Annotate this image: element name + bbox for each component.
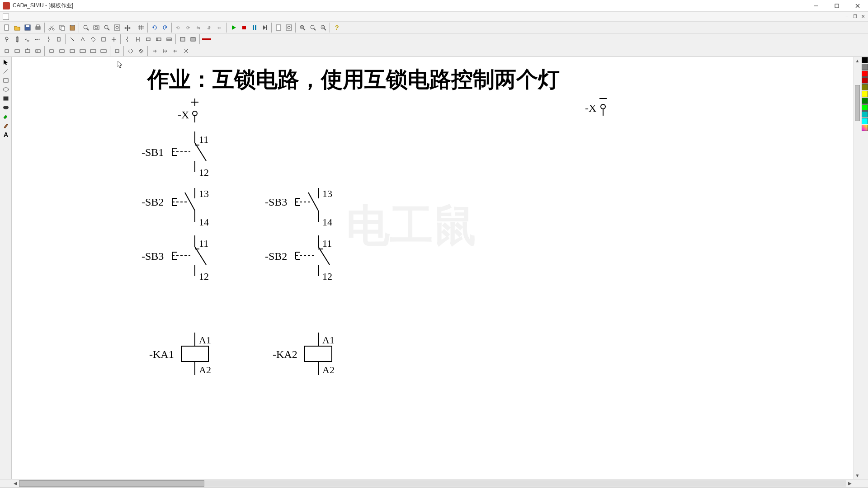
text-tool-button[interactable]: A [0, 130, 11, 139]
comp-sym4-button[interactable] [33, 46, 43, 56]
zoom-extents-button[interactable] [112, 23, 122, 33]
comp-block1-button[interactable] [178, 34, 188, 44]
paste-button[interactable] [67, 23, 77, 33]
open-file-button[interactable] [12, 23, 22, 33]
vertical-scroll-thumb[interactable] [855, 85, 860, 121]
print-button[interactable] [33, 23, 43, 33]
color-lime[interactable] [862, 104, 868, 111]
mirror-h-button[interactable]: ⇋ [194, 23, 204, 33]
color-teal[interactable] [862, 111, 868, 117]
save-button[interactable] [23, 23, 33, 33]
page-setup-button[interactable] [274, 23, 283, 33]
zoom-in-button[interactable] [297, 23, 307, 33]
run-button[interactable] [229, 23, 239, 33]
assign-button[interactable]: ⇦ [215, 23, 225, 33]
rotate-left-button[interactable]: ⟲ [174, 23, 184, 33]
comp-sym13-button[interactable] [136, 46, 146, 56]
filled-ellipse-tool-button[interactable] [0, 103, 11, 112]
comp-arrow4-button[interactable] [181, 46, 191, 56]
redo-button[interactable] [160, 23, 170, 33]
canvas-area[interactable]: 作业：互锁电路，使用互锁电路控制两个灯 电工鼠 [12, 57, 854, 479]
comp-sym8-button[interactable] [78, 46, 88, 56]
comp-sym3-button[interactable] [23, 46, 33, 56]
ellipse-tool-button[interactable] [0, 85, 11, 94]
comp-sym10-button[interactable] [99, 46, 108, 56]
comp-line1-button[interactable] [67, 34, 77, 44]
vertical-scrollbar[interactable]: ▲ ▼ [854, 57, 861, 479]
comp-timer-button[interactable] [164, 34, 174, 44]
line-tool-button[interactable] [0, 67, 11, 76]
pointer-tool-button[interactable] [0, 58, 11, 67]
paint-tool-button[interactable] [0, 112, 11, 121]
comp-line2-button[interactable] [78, 34, 88, 44]
help-button[interactable]: ? [332, 23, 342, 33]
comp-diamond-button[interactable] [88, 34, 98, 44]
scroll-up-button[interactable]: ▲ [854, 57, 861, 64]
pause-button[interactable] [250, 23, 259, 33]
comp-sym1-button[interactable] [2, 46, 12, 56]
mdi-restore-button[interactable]: ❐ [851, 13, 859, 20]
stop-button[interactable] [239, 23, 249, 33]
schematic-canvas[interactable]: 作业：互锁电路，使用互锁电路控制两个灯 电工鼠 [12, 57, 854, 436]
scroll-left-button[interactable]: ◀ [12, 481, 19, 486]
comp-contact-no-button[interactable] [123, 34, 132, 44]
comp-breaker-button[interactable] [43, 34, 53, 44]
zoom-button[interactable] [102, 23, 112, 33]
document-icon[interactable] [3, 14, 9, 20]
color-darkred[interactable] [862, 77, 868, 84]
comp-disconnect-button[interactable] [54, 34, 64, 44]
comp-square-button[interactable] [99, 34, 108, 44]
comp-sym9-button[interactable] [88, 46, 98, 56]
color-black[interactable] [862, 57, 868, 63]
zoom-fit-button[interactable] [308, 23, 318, 33]
copy-button[interactable] [57, 23, 67, 33]
color-yellow[interactable] [862, 91, 868, 97]
new-file-button[interactable] [2, 23, 12, 33]
cut-button[interactable] [47, 23, 57, 33]
comp-sym11-button[interactable] [112, 46, 122, 56]
comp-arrow3-button[interactable] [170, 46, 180, 56]
comp-sym5-button[interactable] [47, 46, 57, 56]
grid-button[interactable] [136, 23, 146, 33]
comp-coil-button[interactable] [143, 34, 153, 44]
close-button[interactable] [847, 0, 868, 12]
color-cyan[interactable] [862, 118, 868, 124]
color-green[interactable] [862, 98, 868, 104]
zoom-window-button[interactable] [91, 23, 101, 33]
rotate-right-button[interactable]: ⟳ [184, 23, 194, 33]
comp-cross-button[interactable] [109, 34, 119, 44]
horizontal-scroll-thumb[interactable] [19, 480, 204, 487]
maximize-button[interactable] [826, 0, 847, 12]
comp-sym6-button[interactable] [57, 46, 67, 56]
color-red[interactable] [862, 70, 868, 77]
color-multi[interactable] [862, 125, 868, 131]
comp-fuse-button[interactable] [12, 34, 22, 44]
color-olive[interactable] [862, 84, 868, 90]
comp-wiggle-button[interactable] [23, 34, 33, 44]
zoom-out-button[interactable] [318, 23, 328, 33]
brush-tool-button[interactable] [0, 121, 11, 130]
scroll-right-button[interactable]: ▶ [846, 481, 854, 486]
find-button[interactable] [81, 23, 91, 33]
pan-button[interactable] [123, 23, 132, 33]
filled-rect-tool-button[interactable] [0, 94, 11, 103]
comp-block2-button[interactable] [188, 34, 198, 44]
comp-3phase-button[interactable] [33, 34, 43, 44]
comp-relay-button[interactable] [154, 34, 164, 44]
color-gray[interactable] [862, 64, 868, 70]
minimize-button[interactable] [806, 0, 826, 12]
rect-tool-button[interactable] [0, 76, 11, 85]
comp-arrow1-button[interactable] [150, 46, 160, 56]
horizontal-scrollbar[interactable]: ◀ ▶ [12, 479, 854, 487]
mdi-close-button[interactable]: ✕ [859, 13, 867, 20]
comp-sym2-button[interactable] [12, 46, 22, 56]
comp-arrow2-button[interactable] [160, 46, 170, 56]
comp-linecolor-button[interactable] [202, 34, 212, 44]
comp-sym12-button[interactable] [126, 46, 136, 56]
comp-sym7-button[interactable] [67, 46, 77, 56]
step-button[interactable] [260, 23, 270, 33]
mdi-minimize-button[interactable]: ‒ [843, 13, 851, 20]
mirror-v-button[interactable]: ⇵ [205, 23, 215, 33]
scroll-down-button[interactable]: ▼ [854, 472, 861, 479]
undo-button[interactable] [150, 23, 160, 33]
